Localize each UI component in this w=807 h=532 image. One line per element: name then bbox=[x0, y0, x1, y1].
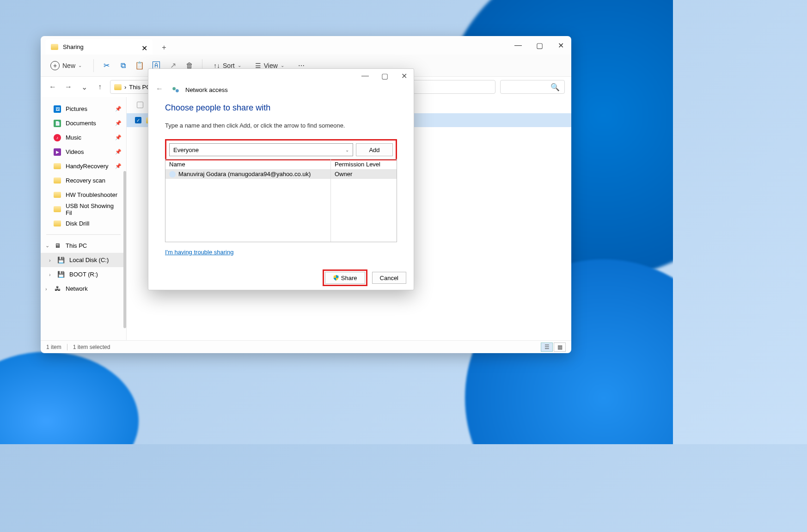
network-icon: 🖧 bbox=[54, 285, 61, 293]
close-button[interactable]: ✕ bbox=[550, 38, 571, 53]
permission-column-header[interactable]: Permission Level bbox=[331, 159, 397, 169]
table-empty-area bbox=[165, 179, 397, 242]
paste-icon[interactable]: 📋 bbox=[135, 61, 144, 70]
annotation-highlight: Everyone ⌄ Add bbox=[165, 139, 397, 160]
documents-icon: 📄 bbox=[54, 120, 61, 127]
copy-icon[interactable]: ⧉ bbox=[119, 61, 127, 70]
sidebar-label: HW Troubleshooter bbox=[66, 191, 117, 198]
search-input[interactable]: 🔍 bbox=[500, 80, 565, 94]
back-icon[interactable]: ← bbox=[156, 85, 166, 95]
sidebar-item-music[interactable]: ♪ Music 📌 bbox=[41, 130, 126, 145]
sidebar-item-usbnotshowing[interactable]: USB Not Showing Fil bbox=[41, 202, 126, 216]
tab-strip: Sharing ✕ + bbox=[41, 36, 507, 55]
up-button[interactable]: ↑ bbox=[94, 81, 105, 92]
pin-icon: 📌 bbox=[115, 135, 122, 141]
sidebar-label: Network bbox=[66, 285, 88, 292]
search-icon: 🔍 bbox=[550, 83, 560, 92]
chevron-right-icon[interactable]: › bbox=[49, 272, 51, 277]
sidebar: 🖼 Pictures 📌 📄 Documents 📌 ♪ Music 📌 ▶ V… bbox=[41, 97, 127, 340]
folder-icon bbox=[54, 163, 61, 169]
sidebar-item-thispc[interactable]: ⌄ 🖥 This PC bbox=[41, 238, 126, 253]
new-tab-button[interactable]: + bbox=[157, 41, 171, 55]
sidebar-item-localdisk[interactable]: › 💾 Local Disk (C:) bbox=[41, 253, 126, 267]
breadcrumb-thispc[interactable]: This PC bbox=[129, 84, 150, 91]
close-tab-icon[interactable]: ✕ bbox=[141, 44, 147, 49]
sidebar-item-diskdrill[interactable]: Disk Drill bbox=[41, 216, 126, 231]
cancel-button[interactable]: Cancel bbox=[372, 272, 406, 284]
trouble-sharing-link[interactable]: I'm having trouble sharing bbox=[165, 249, 233, 256]
statusbar: 1 item 1 item selected ☰ ▦ bbox=[41, 340, 571, 353]
sidebar-label: USB Not Showing Fil bbox=[66, 202, 121, 216]
pin-icon: 📌 bbox=[115, 149, 122, 155]
tab-sharing[interactable]: Sharing ✕ bbox=[45, 39, 153, 55]
svg-point-0 bbox=[172, 87, 176, 90]
maximize-button[interactable]: ▢ bbox=[375, 69, 394, 82]
sidebar-label: Music bbox=[66, 134, 81, 141]
plus-circle-icon: + bbox=[50, 61, 60, 70]
forward-button[interactable]: → bbox=[63, 81, 74, 92]
sidebar-label: This PC bbox=[66, 242, 87, 249]
music-icon: ♪ bbox=[54, 134, 61, 141]
nav-buttons: ← → ⌄ ↑ bbox=[47, 81, 105, 92]
minimize-button[interactable]: — bbox=[355, 69, 375, 82]
folder-icon bbox=[54, 206, 61, 212]
recent-button[interactable]: ⌄ bbox=[79, 81, 90, 92]
tab-title: Sharing bbox=[63, 43, 137, 50]
dialog-subtitle: Type a name and then click Add, or click… bbox=[165, 122, 397, 129]
back-button[interactable]: ← bbox=[47, 81, 58, 92]
dialog-titlebar: — ▢ ✕ bbox=[148, 69, 414, 83]
sidebar-item-pictures[interactable]: 🖼 Pictures 📌 bbox=[41, 102, 126, 116]
folder-icon bbox=[54, 177, 61, 183]
share-button[interactable]: Share bbox=[325, 272, 365, 284]
sidebar-item-recoveryscan[interactable]: Recovery scan bbox=[41, 173, 126, 188]
share-label: Share bbox=[341, 275, 357, 281]
selection-count: 1 item selected bbox=[73, 344, 110, 350]
pin-icon: 📌 bbox=[115, 120, 122, 126]
add-button[interactable]: Add bbox=[356, 143, 393, 156]
name-column-header[interactable]: Name bbox=[165, 159, 331, 169]
drive-icon: 💾 bbox=[57, 257, 65, 264]
svg-point-1 bbox=[176, 89, 179, 92]
chevron-right-icon[interactable]: › bbox=[49, 257, 51, 263]
chevron-right-icon[interactable]: › bbox=[45, 286, 47, 292]
item-count: 1 item bbox=[46, 344, 61, 350]
table-row[interactable]: Manuviraj Godara (manugodara94@yahoo.co.… bbox=[165, 169, 397, 179]
scrollbar[interactable] bbox=[123, 171, 126, 328]
view-toggles: ☰ ▦ bbox=[541, 342, 566, 352]
chevron-down-icon[interactable]: ⌄ bbox=[45, 243, 49, 249]
dialog-header: ← Network access bbox=[148, 83, 414, 97]
combo-value: Everyone bbox=[173, 147, 199, 153]
pc-icon: 🖥 bbox=[54, 242, 61, 250]
sidebar-label: Pictures bbox=[66, 105, 87, 112]
shield-icon bbox=[333, 275, 339, 281]
network-access-dialog: — ▢ ✕ ← Network access Choose people to … bbox=[148, 68, 414, 290]
maximize-button[interactable]: ▢ bbox=[529, 38, 550, 53]
sidebar-item-network[interactable]: › 🖧 Network bbox=[41, 281, 126, 296]
people-combobox[interactable]: Everyone ⌄ bbox=[169, 143, 353, 156]
sidebar-label: BOOT (R:) bbox=[69, 271, 98, 278]
select-all-checkbox[interactable] bbox=[137, 102, 143, 108]
user-name: Manuviraj Godara (manugodara94@yahoo.co.… bbox=[178, 171, 311, 177]
sidebar-item-boot[interactable]: › 💾 BOOT (R:) bbox=[41, 267, 126, 281]
new-button[interactable]: + New ⌄ bbox=[47, 59, 85, 73]
window-controls: — ▢ ✕ bbox=[507, 38, 571, 53]
details-view-button[interactable]: ☰ bbox=[541, 342, 553, 352]
divider bbox=[93, 59, 94, 72]
sidebar-item-handyrecovery[interactable]: HandyRecovery 📌 bbox=[41, 159, 126, 173]
permission-cell: Owner bbox=[331, 169, 397, 179]
checkbox-checked-icon[interactable]: ✓ bbox=[135, 117, 141, 123]
cut-icon[interactable]: ✂ bbox=[102, 61, 110, 70]
user-icon bbox=[169, 171, 176, 177]
network-share-icon bbox=[171, 86, 180, 94]
folder-icon bbox=[54, 192, 61, 198]
sidebar-label: Videos bbox=[66, 148, 84, 155]
close-button[interactable]: ✕ bbox=[394, 69, 414, 82]
thumbnails-view-button[interactable]: ▦ bbox=[554, 342, 566, 352]
sidebar-item-videos[interactable]: ▶ Videos 📌 bbox=[41, 145, 126, 159]
sidebar-label: Documents bbox=[66, 120, 96, 127]
sidebar-label: Local Disk (C:) bbox=[69, 257, 109, 263]
sidebar-label: Recovery scan bbox=[66, 177, 105, 184]
sidebar-item-hwtroubleshooter[interactable]: HW Troubleshooter bbox=[41, 188, 126, 202]
sidebar-item-documents[interactable]: 📄 Documents 📌 bbox=[41, 116, 126, 130]
minimize-button[interactable]: — bbox=[507, 38, 529, 53]
